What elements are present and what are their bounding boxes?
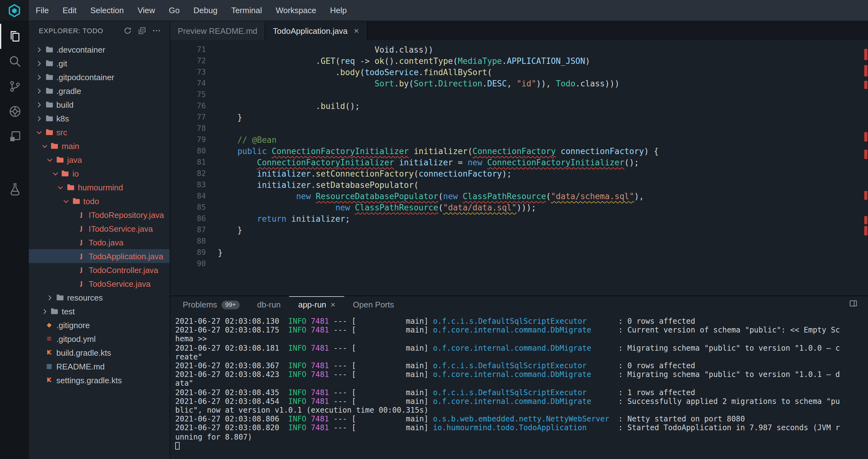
tree-item-src[interactable]: src xyxy=(29,125,169,139)
tree-item-test[interactable]: test xyxy=(29,304,169,318)
tree-item-itodoservice-java[interactable]: JITodoService.java xyxy=(29,222,169,235)
kotlin-file-icon: K xyxy=(44,375,55,385)
source-control-icon[interactable] xyxy=(0,74,29,99)
tree-item-label: .gradle xyxy=(56,86,81,95)
tree-item-devcontainer[interactable]: .devcontainer xyxy=(29,42,169,56)
code-line[interactable]: 73 .body(todoService.findAllBySort( xyxy=(170,66,868,78)
menu-selection[interactable]: Selection xyxy=(84,0,131,21)
code-token: . xyxy=(394,79,399,88)
tree-item-humourmind[interactable]: humourmind xyxy=(29,180,169,194)
chevron-spacer xyxy=(34,362,44,371)
more-icon[interactable] xyxy=(152,26,161,35)
tab-preview-readme-md[interactable]: Preview README.md xyxy=(170,21,265,40)
menu-file[interactable]: File xyxy=(29,0,56,21)
tree-item-main[interactable]: main xyxy=(29,139,169,153)
tree-item-settings-gradle-kts[interactable]: Ksettings.gradle.kts xyxy=(29,373,169,387)
explorer-icon[interactable] xyxy=(0,24,29,49)
code-line[interactable]: 87 } xyxy=(170,224,868,235)
code-line[interactable]: 84 new ResourceDatabasePopulator(new Cla… xyxy=(170,190,868,202)
java-file-icon: J xyxy=(76,238,87,247)
code-token: new xyxy=(467,157,482,167)
explorer-actions xyxy=(123,26,161,35)
open-panel-in-editor-icon[interactable] xyxy=(848,299,858,310)
menu-go[interactable]: Go xyxy=(162,0,187,21)
menu-workspace[interactable]: Workspace xyxy=(269,0,323,21)
tree-item-k8s[interactable]: k8s xyxy=(29,112,169,125)
code-line[interactable]: 75 xyxy=(170,89,868,100)
tree-item-build-gradle-kts[interactable]: Kbuild.gradle.kts xyxy=(29,346,169,360)
close-icon[interactable]: × xyxy=(354,26,359,35)
tree-item-io[interactable]: io xyxy=(29,167,169,180)
tree-item-git[interactable]: .git xyxy=(29,56,169,70)
code-token: Direction xyxy=(438,79,482,88)
tree-item-todoservice-java[interactable]: JTodoService.java xyxy=(29,277,169,291)
line-number: 90 xyxy=(170,259,206,268)
code-token: ResourceDatabasePopulator xyxy=(316,191,438,201)
gitpod-logo[interactable] xyxy=(0,0,29,21)
code-editor[interactable]: 71 Void.class))72 .GET(req -> ok().conte… xyxy=(170,40,868,295)
code-line[interactable]: 77 } xyxy=(170,112,868,123)
tree-item-todo-java[interactable]: JTodo.java xyxy=(29,235,169,249)
tree-item-resources[interactable]: resources xyxy=(29,291,169,304)
tree-item-todocontroller-java[interactable]: JTodoController.java xyxy=(29,263,169,277)
code-token xyxy=(218,146,238,155)
code-token: = xyxy=(453,157,467,167)
collapse-all-icon[interactable] xyxy=(138,26,147,35)
file-tree[interactable]: .devcontainer.git.gitpodcontainer.gradle… xyxy=(29,40,169,459)
tab-todoapplication-java[interactable]: TodoApplication.java× xyxy=(265,21,367,40)
tree-item-gitignore[interactable]: ◆.gitignore xyxy=(29,318,169,332)
close-icon[interactable]: × xyxy=(331,300,335,309)
code-token: . xyxy=(482,79,487,88)
tree-item-gitpod-yml[interactable]: ≡.gitpod.yml xyxy=(29,332,169,346)
tree-item-gradle[interactable]: .gradle xyxy=(29,84,169,98)
code-token: ( xyxy=(546,191,551,201)
menu-terminal[interactable]: Terminal xyxy=(224,0,269,21)
code-line[interactable]: 76 .build(); xyxy=(170,100,868,112)
code-token: ( xyxy=(438,203,443,212)
code-line[interactable]: 80 public ConnectionFactoryInitializer i… xyxy=(170,145,868,156)
panel-tab-open-ports[interactable]: Open Ports xyxy=(344,296,403,313)
tree-item-todoapplication-java[interactable]: JTodoApplication.java xyxy=(29,249,169,263)
tree-item-todo[interactable]: todo xyxy=(29,194,169,208)
code-token: ( xyxy=(414,169,418,178)
code-line[interactable]: 90 xyxy=(170,258,868,269)
remote-icon[interactable] xyxy=(0,99,29,124)
explorer-sidebar: EXPLORER: TODO .devcontainer.git.gitpodc… xyxy=(29,21,170,459)
menu-edit[interactable]: Edit xyxy=(56,0,84,21)
code-line[interactable]: 82 initializer.setConnectionFactory(conn… xyxy=(170,168,868,179)
menu-view[interactable]: View xyxy=(131,0,162,21)
code-line[interactable]: 72 .GET(req -> ok().contentType(MediaTyp… xyxy=(170,55,868,66)
search-icon[interactable] xyxy=(0,49,29,74)
menu-help[interactable]: Help xyxy=(323,0,354,21)
tree-item-label: settings.gradle.kts xyxy=(56,375,122,385)
code-line[interactable]: 79 // @Bean xyxy=(170,134,868,145)
code-line[interactable]: 71 Void.class)) xyxy=(170,44,868,55)
panel-tab-db-run[interactable]: db-run xyxy=(248,296,289,313)
code-line[interactable]: 74 Sort.by(Sort.Direction.DESC, "id")), … xyxy=(170,78,868,89)
refresh-icon[interactable] xyxy=(123,26,132,35)
code-line[interactable]: 81 ConnectionFactoryInitializer initiali… xyxy=(170,156,868,168)
tree-item-gitpodcontainer[interactable]: .gitpodcontainer xyxy=(29,70,169,84)
code-line[interactable]: 89} xyxy=(170,247,868,258)
code-line[interactable]: 78 xyxy=(170,123,868,134)
tree-item-java[interactable]: java xyxy=(29,153,169,167)
tests-icon[interactable] xyxy=(0,177,29,202)
code-token: ); xyxy=(502,169,512,178)
code-line[interactable]: 85 new ClassPathResource("data/data.sql"… xyxy=(170,202,868,213)
tree-item-itodorepository-java[interactable]: JITodoRepository.java xyxy=(29,208,169,222)
panel-tab-problems[interactable]: Problems99+ xyxy=(174,296,248,313)
code-line[interactable]: 88 xyxy=(170,235,868,247)
code-token: . xyxy=(433,79,438,88)
code-line[interactable]: 83 initializer.setDatabasePopulator( xyxy=(170,179,868,190)
terminal-output[interactable]: 2021-06-27 02:03:08.130 INFO 7481 --- [ … xyxy=(170,313,868,459)
terminal-text: io.humourmind.todo.TodoApplication xyxy=(433,424,587,432)
terminal-text: : 1 rows affected xyxy=(587,388,695,397)
code-line[interactable]: 86 return initializer; xyxy=(170,213,868,224)
tree-item-build[interactable]: build xyxy=(29,98,169,112)
tree-item-readme-md[interactable]: ▦README.md xyxy=(29,360,169,373)
menu-debug[interactable]: Debug xyxy=(186,0,224,21)
layout-icon[interactable] xyxy=(0,124,29,149)
panel-tab-app-run[interactable]: app-run× xyxy=(289,296,344,313)
code-text: Void.class)) xyxy=(206,45,433,54)
terminal-text: 2021-06-27 02:03:08.806 xyxy=(175,414,288,423)
